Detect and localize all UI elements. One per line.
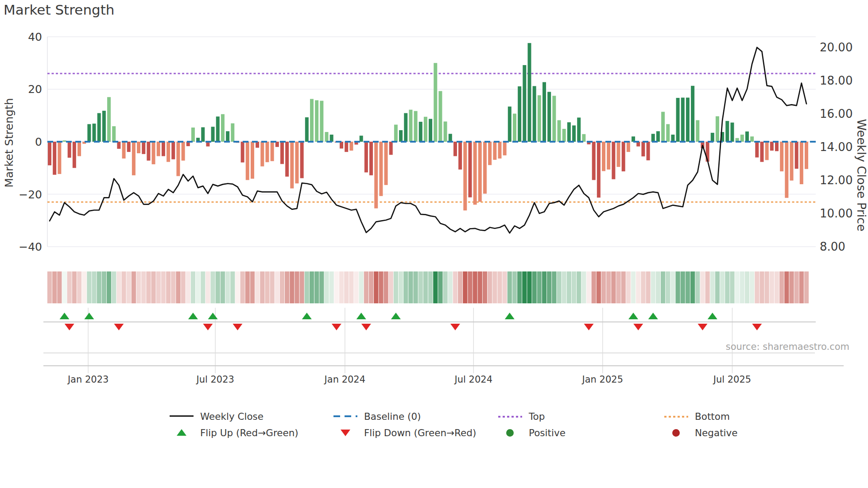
heatmap-cell [433, 271, 438, 303]
heatmap-cell [156, 271, 161, 303]
right-axis-tick: 20.00 [820, 41, 852, 54]
strength-bar-negative [790, 142, 794, 181]
strength-bar-negative [597, 142, 601, 198]
heatmap-cell [334, 271, 339, 303]
heatmap-cell [458, 271, 462, 303]
heatmap-cell [478, 271, 482, 303]
strength-bar-positive [221, 114, 225, 142]
x-axis-tick: Jul 2024 [454, 374, 492, 385]
strength-bar-positive [360, 136, 363, 142]
strength-bar-positive [444, 121, 447, 142]
strength-bar-positive [330, 135, 333, 142]
heatmap-cell [310, 271, 314, 303]
strength-bar-negative [765, 142, 769, 160]
heatmap-cell [473, 271, 477, 303]
heatmap-cell [527, 271, 531, 303]
flip-up-icon [505, 313, 515, 319]
strength-bar-positive [438, 91, 442, 142]
strength-bar-negative [256, 142, 259, 148]
flip-down-icon [584, 324, 594, 330]
strength-bar-negative [157, 142, 160, 156]
flip-down-icon [332, 324, 341, 330]
heatmap-cell [779, 271, 784, 303]
strength-bar-negative [345, 142, 348, 152]
strength-bar-negative [805, 142, 808, 169]
strength-bar-negative [800, 142, 803, 184]
heatmap-cell [191, 271, 195, 303]
heatmap-cell [586, 271, 591, 303]
flip-down-icon [65, 324, 74, 330]
heatmap-cell [201, 271, 205, 303]
strength-bar-negative [73, 142, 76, 168]
strength-bar-positive [191, 128, 195, 142]
source-credit: source: sharemaestro.com [726, 341, 849, 352]
right-axis-tick: 16.00 [820, 107, 852, 120]
strength-bar-negative [379, 142, 383, 196]
heatmap-cell [196, 271, 200, 303]
heatmap-cell [547, 271, 551, 303]
strength-bar-negative [162, 142, 165, 156]
flip-up-icon [302, 313, 312, 319]
strength-bar-negative [265, 142, 269, 162]
strength-bar-positive [315, 100, 318, 142]
strength-bar-positive [424, 117, 427, 142]
strength-bar-negative [453, 142, 457, 156]
strength-bar-positive [547, 92, 551, 142]
heatmap-cell [62, 271, 66, 303]
heatmap-cell [592, 271, 596, 303]
strength-bar-negative [137, 142, 140, 153]
heatmap-cell [735, 271, 740, 303]
heatmap-cell [290, 271, 294, 303]
flip-up-icon [60, 313, 70, 319]
heatmap-cell [127, 271, 131, 303]
heatmap-cell [116, 271, 121, 303]
strength-bar-positive [750, 136, 754, 142]
strength-bar-positive [201, 127, 205, 142]
heatmap-cell [141, 271, 146, 303]
heatmap-cell [250, 271, 255, 303]
heatmap-cell [675, 271, 680, 303]
strength-bar-negative [241, 142, 244, 163]
heatmap-cell [686, 271, 690, 303]
heatmap-cell [542, 271, 546, 303]
strength-bar-negative [488, 142, 492, 165]
heatmap-cell [121, 271, 126, 303]
heatmap-cell [205, 271, 210, 303]
heatmap-cell [77, 271, 81, 303]
heatmap-cell [294, 271, 299, 303]
strength-bar-positive [686, 97, 690, 142]
heatmap-cell [211, 271, 215, 303]
heatmap-cell [384, 271, 388, 303]
heatmap-cell [483, 271, 487, 303]
heatmap-cell [626, 271, 631, 303]
heatmap-cell [339, 271, 344, 303]
strength-bar-negative [478, 142, 482, 202]
right-axis-tick: 14.00 [820, 140, 852, 154]
strength-bar-negative [607, 142, 610, 170]
heatmap-cell [567, 271, 571, 303]
strength-bar-negative [78, 142, 81, 156]
heatmap-cell [784, 271, 789, 303]
heatmap-cell [755, 271, 759, 303]
flip-down-icon [232, 324, 242, 330]
strength-bar-positive [404, 113, 407, 142]
strength-bar-negative [617, 142, 620, 167]
strength-bar-positive [577, 117, 581, 142]
flip-down-icon [450, 324, 460, 330]
strength-bar-negative [260, 142, 264, 167]
heatmap-cell [408, 271, 413, 303]
strength-bar-positive [725, 121, 729, 142]
flip-up-icon [84, 313, 94, 319]
heatmap-cell [344, 271, 349, 303]
strength-bar-positive [666, 124, 670, 142]
heatmap-cell [171, 271, 175, 303]
strength-bar-positive [552, 96, 556, 142]
strength-bar-positive [562, 129, 566, 142]
left-axis-tick: 40 [28, 31, 42, 43]
heatmap-cell [730, 271, 734, 303]
heatmap-cell [403, 271, 408, 303]
strength-bar-positive [558, 120, 561, 142]
heatmap-cell [656, 271, 660, 303]
strength-bar-negative [152, 142, 155, 164]
strength-bar-negative [122, 142, 126, 159]
